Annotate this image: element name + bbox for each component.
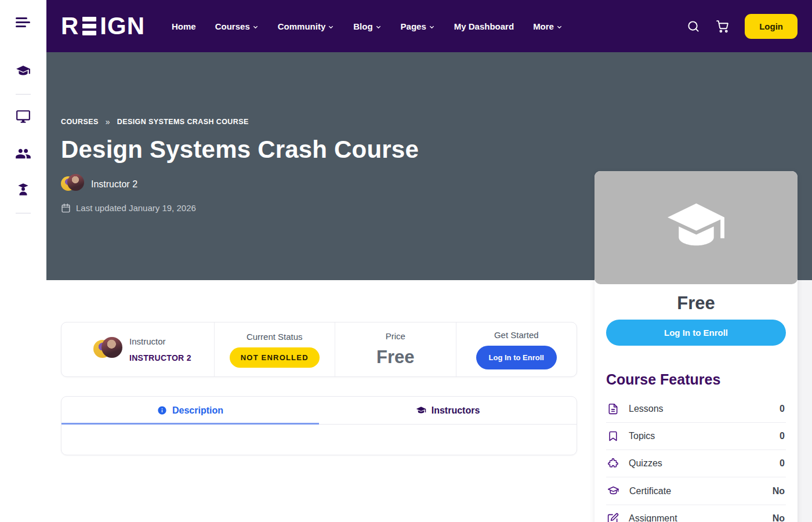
breadcrumb-courses-link[interactable]: COURSES — [61, 118, 99, 126]
chevron-down-icon — [375, 24, 382, 30]
site-logo[interactable]: R IGN — [61, 14, 145, 38]
feature-value: 0 — [780, 404, 785, 414]
info-icon — [157, 405, 167, 415]
course-sidebar-card: Free Log In to Enroll Course Features Le… — [594, 171, 798, 522]
top-navbar: R IGN Home Courses Community Blog Pages … — [46, 0, 812, 52]
instructor-avatar[interactable] — [93, 336, 121, 364]
nav-item-home[interactable]: Home — [172, 21, 196, 31]
feature-row-assignment: Assignment No — [606, 505, 786, 522]
graduation-cap-icon — [416, 405, 426, 416]
instructors-rail-item[interactable] — [16, 182, 31, 197]
feature-label: Topics — [629, 431, 655, 441]
feature-value: No — [773, 513, 785, 522]
chevron-down-icon — [556, 24, 563, 30]
breadcrumb: COURSES » DESIGN SYSTEMS CRASH COURSE — [61, 52, 798, 126]
enrollment-info-bar: Instructor INSTRUCTOR 2 Current Status N… — [61, 322, 577, 377]
login-to-enroll-button[interactable]: Log In to Enroll — [476, 346, 557, 369]
course-price: Free — [606, 293, 786, 314]
info-col-price: Price Free — [335, 322, 456, 376]
courses-rail-item[interactable] — [16, 64, 31, 79]
dashboard-rail-item[interactable] — [16, 109, 31, 124]
instructor-name[interactable]: Instructor 2 — [91, 179, 137, 190]
breadcrumb-current: DESIGN SYSTEMS CRASH COURSE — [117, 118, 249, 126]
feature-label: Lessons — [629, 404, 664, 414]
price-value: Free — [376, 347, 414, 368]
graduation-cap-icon — [16, 64, 31, 79]
tab-description[interactable]: Description — [61, 397, 319, 424]
hamburger-menu-icon[interactable] — [16, 17, 31, 30]
left-icon-sidebar — [0, 0, 46, 522]
course-features-list: Lessons 0 Topics 0 Quizzes 0 — [606, 396, 786, 522]
graduation-cap-icon — [660, 191, 733, 264]
nav-item-community[interactable]: Community — [278, 21, 335, 31]
feature-value: 0 — [780, 458, 785, 469]
feature-row-topics: Topics 0 — [606, 423, 786, 450]
logo-e-bars — [82, 17, 96, 35]
primary-nav: Home Courses Community Blog Pages My Das… — [172, 21, 563, 31]
page-title: Design Systems Crash Course — [61, 136, 798, 164]
feature-row-certificate: Certificate No — [606, 477, 786, 505]
file-text-icon — [607, 403, 619, 415]
feature-value: No — [773, 486, 785, 496]
nav-item-more[interactable]: More — [533, 21, 563, 31]
feature-row-lessons: Lessons 0 — [606, 396, 786, 423]
instructor-link[interactable]: INSTRUCTOR 2 — [129, 353, 191, 362]
users-group-icon — [15, 146, 31, 162]
bookmark-icon — [607, 430, 619, 442]
monitor-icon — [16, 109, 31, 124]
get-started-label: Get Started — [494, 330, 539, 340]
info-col-instructor: Instructor INSTRUCTOR 2 — [61, 322, 215, 376]
instructor-avatar[interactable] — [61, 173, 83, 195]
rail-divider — [16, 94, 31, 95]
enroll-button[interactable]: Log In to Enroll — [606, 320, 786, 346]
puzzle-icon — [607, 458, 619, 469]
feature-label: Quizzes — [629, 458, 662, 469]
nav-item-blog[interactable]: Blog — [353, 21, 381, 31]
status-label: Current Status — [246, 332, 303, 342]
last-updated-text: Last updated January 19, 2026 — [76, 203, 196, 213]
nav-item-pages[interactable]: Pages — [401, 21, 435, 31]
search-icon[interactable] — [687, 20, 700, 33]
breadcrumb-separator: » — [106, 117, 110, 126]
course-featured-image-placeholder — [594, 171, 798, 284]
cart-icon[interactable] — [715, 19, 730, 34]
feature-label: Certificate — [629, 486, 671, 496]
feature-row-quizzes: Quizzes 0 — [606, 450, 786, 477]
chevron-down-icon — [429, 24, 435, 30]
tab-instructors[interactable]: Instructors — [319, 397, 577, 424]
course-tabs-card: Description Instructors — [61, 396, 577, 455]
status-badge: NOT ENROLLED — [230, 347, 320, 368]
course-features-title: Course Features — [606, 371, 786, 388]
tab-content-empty — [61, 425, 577, 455]
feature-value: 0 — [780, 431, 785, 441]
calendar-icon — [61, 203, 71, 213]
price-label: Price — [386, 331, 405, 341]
chevron-down-icon — [328, 24, 334, 30]
graduate-person-icon — [16, 182, 31, 197]
pencil-icon — [607, 513, 619, 522]
tab-bar: Description Instructors — [61, 397, 577, 425]
info-col-get-started: Get Started Log In to Enroll — [456, 322, 577, 376]
logo-text-r: R — [61, 14, 79, 38]
logo-text-ign: IGN — [100, 14, 145, 38]
rail-divider — [16, 213, 31, 213]
members-rail-item[interactable] — [15, 146, 31, 162]
login-button[interactable]: Login — [745, 14, 798, 39]
nav-item-courses[interactable]: Courses — [215, 21, 259, 31]
info-col-status: Current Status NOT ENROLLED — [215, 322, 336, 376]
nav-item-my-dashboard[interactable]: My Dashboard — [454, 21, 514, 31]
feature-label: Assignment — [629, 513, 677, 522]
graduation-cap-icon — [607, 485, 619, 497]
instructor-label: Instructor — [129, 336, 191, 346]
course-page: R IGN Home Courses Community Blog Pages … — [0, 0, 812, 522]
chevron-down-icon — [252, 24, 259, 30]
